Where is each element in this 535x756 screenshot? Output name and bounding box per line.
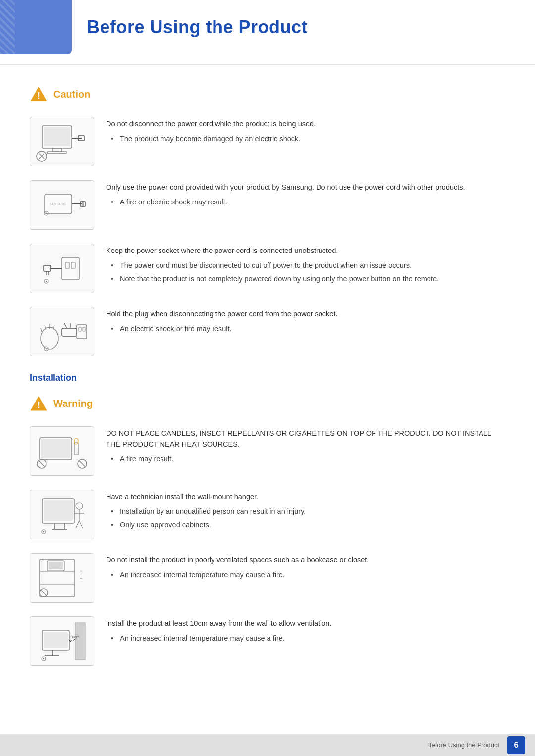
page-title: Before Using the Product bbox=[0, 0, 535, 54]
caution-illustration-3 bbox=[30, 244, 94, 293]
svg-line-50 bbox=[79, 461, 85, 467]
warning-bullet-4-0: An increased internal temperature may ca… bbox=[111, 633, 505, 644]
svg-rect-19 bbox=[62, 257, 79, 280]
svg-point-62 bbox=[43, 531, 45, 532]
warning-illustration-4: 10cm bbox=[30, 616, 94, 666]
svg-rect-37 bbox=[79, 327, 81, 331]
warning-item-1: DO NOT PLACE CANDLES, INSECT REPELLANTS … bbox=[30, 426, 505, 476]
svg-rect-4 bbox=[52, 148, 62, 152]
svg-point-46 bbox=[74, 438, 78, 444]
warning-bullet-3-0: An increased internal temperature may ca… bbox=[111, 570, 505, 581]
warning-illustration-3: ↑ ↑ bbox=[30, 553, 94, 603]
caution-main-text-1: Do not disconnect the power cord while t… bbox=[106, 119, 505, 130]
svg-point-27 bbox=[46, 280, 47, 282]
caution-illustration-1 bbox=[30, 117, 94, 166]
svg-rect-74 bbox=[44, 632, 68, 648]
svg-rect-38 bbox=[83, 327, 85, 331]
caution-item-3: Keep the power socket where the power co… bbox=[30, 244, 505, 293]
svg-text:↑: ↑ bbox=[79, 568, 83, 576]
footer-label: Before Using the Product bbox=[428, 740, 499, 750]
warning-heading: ! Warning bbox=[30, 395, 505, 412]
caution-illustration-2: SAMSUNG bbox=[30, 180, 94, 230]
caution-bullet-2-0: A fire or electric shock may result. bbox=[111, 197, 505, 208]
caution-item-2: SAMSUNG Only use the power cord provided… bbox=[30, 180, 505, 230]
warning-icon: ! bbox=[30, 395, 48, 412]
page-footer: Before Using the Product 6 bbox=[0, 734, 535, 756]
warning-main-text-4: Install the product at least 10cm away f… bbox=[106, 618, 505, 629]
warning-text-3: Do not install the product in poorly ven… bbox=[106, 553, 505, 583]
warning-label: Warning bbox=[54, 396, 93, 411]
svg-rect-23 bbox=[44, 265, 51, 271]
caution-bullet-1-0: The product may become damaged by an ele… bbox=[111, 134, 505, 145]
warning-item-3: ↑ ↑ Do not install the product in poorly… bbox=[30, 553, 505, 603]
svg-text:!: ! bbox=[37, 400, 40, 410]
warning-bullet-2-1: Only use approved cabinets. bbox=[111, 520, 505, 531]
warning-text-4: Install the product at least 10cm away f… bbox=[106, 616, 505, 647]
page-number: 6 bbox=[507, 736, 525, 754]
svg-point-56 bbox=[76, 503, 83, 509]
installation-label: Installation bbox=[30, 371, 505, 385]
svg-point-28 bbox=[41, 327, 58, 349]
warning-bullets-2: Installation by an unqualified person ca… bbox=[106, 506, 505, 531]
warning-main-text-1: DO NOT PLACE CANDLES, INSECT REPELLANTS … bbox=[106, 428, 505, 450]
caution-label: Caution bbox=[54, 87, 90, 101]
svg-text:!: ! bbox=[37, 91, 40, 101]
svg-rect-20 bbox=[65, 262, 69, 268]
caution-main-text-3: Keep the power socket where the power co… bbox=[106, 246, 505, 256]
warning-text-2: Have a technician install the wall-mount… bbox=[106, 490, 505, 533]
svg-point-84 bbox=[43, 658, 45, 659]
svg-text:SAMSUNG: SAMSUNG bbox=[49, 202, 66, 206]
svg-line-60 bbox=[79, 521, 83, 528]
svg-line-59 bbox=[76, 521, 79, 528]
caution-item-4: Hold the plug when disconnecting the pow… bbox=[30, 307, 505, 356]
svg-line-29 bbox=[41, 328, 42, 333]
caution-text-2: Only use the power cord provided with yo… bbox=[106, 180, 505, 210]
svg-rect-3 bbox=[44, 127, 70, 146]
svg-line-34 bbox=[64, 323, 67, 328]
page-header: Before Using the Product bbox=[0, 0, 535, 65]
svg-text:10cm: 10cm bbox=[70, 635, 80, 639]
caution-icon: ! bbox=[30, 85, 48, 103]
svg-rect-36 bbox=[77, 325, 87, 339]
caution-item-1: Do not disconnect the power cord while t… bbox=[30, 117, 505, 166]
caution-bullet-4-0: An electric shock or fire may result. bbox=[111, 324, 505, 335]
svg-line-48 bbox=[39, 461, 45, 467]
warning-item-2: Have a technician install the wall-mount… bbox=[30, 490, 505, 539]
caution-text-1: Do not disconnect the power cord while t… bbox=[106, 117, 505, 147]
svg-rect-21 bbox=[71, 262, 75, 268]
caution-main-text-2: Only use the power cord provided with yo… bbox=[106, 182, 505, 193]
caution-text-4: Hold the plug when disconnecting the pow… bbox=[106, 307, 505, 337]
svg-text:↑: ↑ bbox=[79, 575, 83, 583]
svg-rect-72 bbox=[75, 623, 85, 660]
caution-bullets-3: The power cord must be disconnected to c… bbox=[106, 260, 505, 285]
svg-rect-33 bbox=[62, 328, 77, 336]
warning-illustration-1 bbox=[30, 426, 94, 476]
warning-bullets-4: An increased internal temperature may ca… bbox=[106, 633, 505, 644]
warning-item-4: 10cm Install the product at least 10cm a… bbox=[30, 616, 505, 666]
caution-main-text-4: Hold the plug when disconnecting the pow… bbox=[106, 309, 505, 320]
warning-bullet-1-0: A fire may result. bbox=[111, 454, 505, 465]
caution-heading: ! Caution bbox=[30, 85, 505, 103]
warning-text-1: DO NOT PLACE CANDLES, INSECT REPELLANTS … bbox=[106, 426, 505, 467]
warning-main-text-3: Do not install the product in poorly ven… bbox=[106, 555, 505, 566]
main-content: ! Caution Do not disconnect the bbox=[0, 85, 535, 709]
caution-bullets-1: The product may become damaged by an ele… bbox=[106, 134, 505, 145]
caution-text-3: Keep the power socket where the power co… bbox=[106, 244, 505, 287]
svg-rect-67 bbox=[49, 562, 63, 569]
caution-bullets-2: A fire or electric shock may result. bbox=[106, 197, 505, 208]
caution-bullet-3-0: The power cord must be disconnected to c… bbox=[111, 260, 505, 271]
svg-point-18 bbox=[46, 212, 47, 214]
svg-line-71 bbox=[41, 590, 47, 596]
warning-illustration-2 bbox=[30, 490, 94, 539]
caution-illustration-4 bbox=[30, 307, 94, 356]
svg-rect-5 bbox=[47, 152, 67, 153]
warning-main-text-2: Have a technician install the wall-mount… bbox=[106, 492, 505, 503]
caution-bullet-3-1: Note that the product is not completely … bbox=[111, 274, 505, 285]
svg-rect-45 bbox=[74, 443, 78, 455]
caution-bullets-4: An electric shock or fire may result. bbox=[106, 324, 505, 335]
svg-rect-52 bbox=[44, 500, 73, 521]
warning-bullets-3: An increased internal temperature may ca… bbox=[106, 570, 505, 581]
svg-rect-44 bbox=[41, 439, 70, 458]
warning-bullets-1: A fire may result. bbox=[106, 454, 505, 465]
svg-point-40 bbox=[46, 348, 47, 349]
